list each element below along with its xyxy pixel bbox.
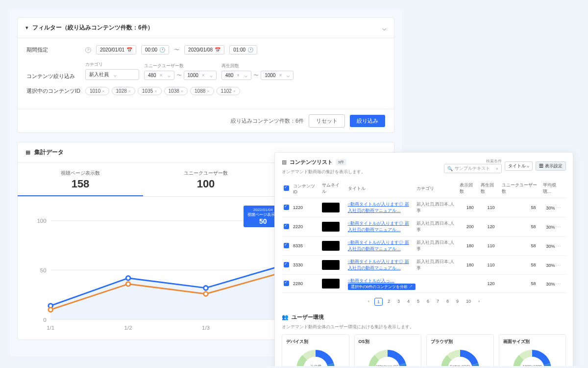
content-list-panel: ▥ コンテンツリスト 9件 オンデマンド動画毎の集計を表示します。 検索条件 🔍… — [274, 152, 573, 366]
content-id-chip[interactable]: 1038 × — [164, 87, 188, 95]
calendar-icon: 📅 — [126, 47, 132, 53]
display-settings-button[interactable]: ☰ 表示設定 — [536, 161, 566, 171]
chevron-down-icon[interactable]: ⌵ — [382, 24, 386, 32]
play-to-input[interactable]: 1000× — [261, 71, 294, 80]
calendar-icon: 📅 — [215, 47, 220, 53]
grid-icon: ▦ — [25, 149, 30, 156]
info-icon[interactable]: ? — [85, 47, 91, 53]
uu-to-input[interactable]: 1000× — [184, 71, 217, 80]
content-id-chip[interactable]: 1102 × — [217, 87, 241, 95]
apply-button[interactable]: 絞り込み — [350, 115, 385, 127]
content-id-chip[interactable]: 1028 × — [112, 87, 136, 95]
svg-text:Safari (iOS): Safari (iOS) — [450, 364, 470, 366]
search-input[interactable]: 🔍 サンプルテキスト× — [444, 164, 502, 173]
svg-text:その他: その他 — [310, 364, 321, 366]
table-row[interactable]: 2280○動画タイトルが入っ… 選択中の6件のコンテンツを分析 ↗1205830… — [282, 275, 566, 293]
list-icon: ▥ — [282, 159, 287, 165]
svg-point-16 — [49, 308, 53, 312]
env-title: ユーザー環境 — [292, 314, 324, 321]
donut-card: 画面サイズ別 1920x1080 20% 1920x108020%1366x76… — [499, 334, 566, 366]
filter-icon: ▾ — [25, 25, 28, 31]
content-id-chip[interactable]: 1035 × — [138, 87, 162, 95]
date-to-input[interactable]: 2020/01/08 📅 — [184, 45, 224, 54]
content-table: コンテンツIDサムネイルタイトルカテゴリ表示回数再生回数ユニークユーザー数平均視… — [282, 179, 566, 293]
result-count: 絞り込みコンテンツ件数：6件 — [231, 117, 304, 125]
pagination[interactable]: ‹12345678910› — [282, 298, 566, 306]
table-row[interactable]: 8335○動画タイトルが入ります◎ 新入社員の動画マニュアル…新入社員,西日本,… — [282, 237, 566, 256]
svg-text:1/3: 1/3 — [202, 325, 210, 331]
svg-text:1/1: 1/1 — [47, 325, 54, 331]
content-list-title: コンテンツリスト — [290, 158, 333, 166]
filter-title: フィルター（絞り込みコンテンツ件数：6件） — [32, 24, 153, 32]
time-to-input[interactable]: 01:00 🕐 — [229, 45, 257, 54]
filter-card: ▾ フィルター（絞り込みコンテンツ件数：6件） ⌵ 期間指定 ? 2020/01… — [17, 17, 394, 133]
table-row[interactable]: 2220○動画タイトルが入ります◎ 新入社員の動画マニュアル…新入社員,西日本,… — [282, 217, 566, 237]
table-row[interactable]: 1220○動画タイトルが入ります◎ 新入社員の動画マニュアル…新入社員,西日本,… — [282, 198, 566, 217]
narrow-label: コンテンツ絞り込み — [26, 73, 80, 80]
count-badge: 9件 — [336, 159, 346, 165]
svg-point-18 — [204, 292, 208, 296]
svg-text:1920x1080: 1920x1080 — [522, 364, 542, 366]
svg-text:Windows OS: Windows OS — [376, 364, 399, 366]
donut-card: デバイス別 その他 35% PC20%iPad15%iPhone10% — [282, 334, 349, 366]
play-from-input[interactable]: 480× — [221, 71, 252, 80]
uu-from-input[interactable]: 480× — [144, 71, 174, 80]
period-label: 期間指定 — [26, 46, 80, 53]
svg-point-17 — [126, 282, 130, 286]
table-row[interactable]: 3330○動画タイトルが入ります◎ 新入社員の動画マニュアル…新入社員,西日本,… — [282, 256, 566, 275]
sort-select[interactable]: タイトル ⌵ — [505, 161, 533, 171]
tab-unique-users[interactable]: ユニークユーザー数 100 — [143, 163, 269, 196]
donut-card: OS別 Windows OS 20% Windows OS20%iPad OS1… — [354, 334, 422, 366]
chip-list: 1010 ×1028 ×1035 ×1038 ×1088 ×1102 × — [85, 87, 240, 95]
reset-button[interactable]: リセット — [309, 114, 345, 128]
svg-text:0: 0 — [43, 317, 46, 323]
svg-text:100: 100 — [37, 218, 46, 224]
time-from-input[interactable]: 00:00 🕐 — [141, 45, 169, 54]
donut-card: ブラウザ別 Safari (iOS) 20% Safari (iOS)20%Go… — [426, 334, 494, 366]
svg-text:1/2: 1/2 — [124, 325, 132, 331]
svg-point-12 — [126, 276, 130, 280]
selected-id-label: 選択中のコンテンツID — [26, 87, 80, 95]
tab-pageviews[interactable]: 視聴ページ表示数 158 — [18, 163, 143, 196]
content-id-chip[interactable]: 1010 × — [85, 87, 109, 95]
category-select[interactable]: 新入社員 — [85, 69, 139, 80]
date-from-input[interactable]: 2020/01/01 📅 — [96, 45, 136, 54]
clock-icon: 🕐 — [159, 47, 165, 53]
content-id-chip[interactable]: 1088 × — [190, 87, 214, 95]
summary-title: 集計データ — [34, 148, 64, 157]
svg-text:50: 50 — [40, 267, 47, 273]
svg-point-13 — [204, 286, 208, 290]
clock-icon: 🕐 — [247, 47, 253, 53]
users-icon: 👥 — [282, 314, 289, 320]
